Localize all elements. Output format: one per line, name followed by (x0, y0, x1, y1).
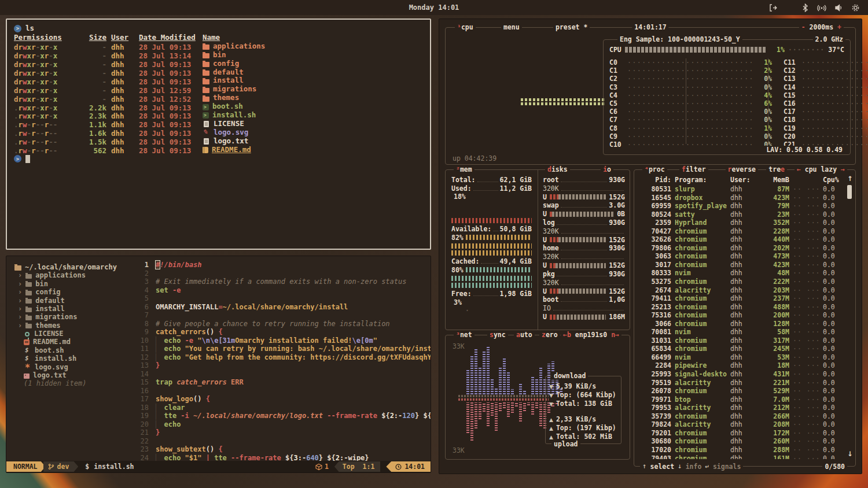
process-cpu-graph (793, 227, 819, 235)
process-row[interactable]: 3017 chromium dhh 423M 0.0 (639, 261, 844, 269)
ls-user: dhh (111, 87, 134, 95)
tree-file[interactable]: boot.sh (13, 346, 131, 354)
process-row[interactable]: 31031 chromium dhh 317M 0.0 (639, 337, 844, 345)
preset-button[interactable]: preset * (553, 23, 590, 31)
process-row[interactable]: 17020 chromium dhh 288M 0.0 (639, 446, 844, 454)
file-type-icon (204, 138, 209, 145)
proc-scrollbar[interactable] (847, 185, 852, 451)
sort-direction-icon[interactable]: ↑ (847, 175, 853, 183)
tree-directory[interactable]: default (13, 297, 131, 305)
tree-directory[interactable]: migrations (13, 313, 131, 321)
code-area[interactable]: 1 #!/bin/bash 2 3 # Exit immediately if … (131, 256, 431, 461)
mem-panel-title[interactable]: ²mem (454, 165, 475, 173)
proc-filter-button[interactable]: filter (679, 165, 708, 173)
proc-tree-button[interactable]: tree (766, 165, 787, 173)
process-row[interactable]: 70427 chromium dhh 228M 0.0 (639, 227, 844, 236)
editor-window[interactable]: ~/.local/share/omarchy applications bin (6, 256, 431, 473)
process-row[interactable]: 65834 chromium dhh 245M 0.0 (639, 345, 844, 353)
net-zero-button[interactable]: zero (539, 331, 560, 339)
process-row[interactable]: 26078 chromium dhh 529M 0.0 (639, 387, 844, 395)
process-row[interactable]: 79971 btop dhh 7.0M 0.0 (639, 395, 844, 404)
net-interface-switcher[interactable]: ←b enp191s0 n→ (561, 331, 621, 339)
process-row[interactable]: 79519 alacritty dhh 221M 0.0 (639, 379, 844, 387)
tree-directory[interactable]: config (13, 288, 131, 296)
process-row[interactable]: 3063 chromium dhh 473M 0.0 (639, 252, 844, 261)
tree-directory[interactable]: install (13, 305, 131, 313)
tree-directory[interactable]: themes (13, 321, 131, 330)
file-icon (24, 374, 30, 379)
volume-icon[interactable] (834, 3, 843, 12)
process-row[interactable]: 79953 alacritty dhh 212M 0.0 (639, 404, 844, 412)
tree-root[interactable]: ~/.local/share/omarchy (13, 263, 131, 271)
poll-rate-control[interactable]: - 2000ms + (799, 23, 844, 31)
proc-sort-switcher[interactable]: ← cpu lazy → (795, 165, 847, 173)
tree-file[interactable]: README.md (13, 338, 131, 346)
signals-action[interactable]: signals (713, 463, 741, 471)
process-cpu-graph (793, 404, 819, 412)
terminal-window[interactable]: > ls Permissions Size User Date Modified… (6, 19, 431, 250)
bluetooth-icon[interactable] (801, 3, 809, 12)
process-row[interactable]: 2359 Hyprland dhh 352M 0.0 (639, 219, 844, 227)
process-row[interactable]: 80333 nvim dhh 48M 0.0 (639, 269, 844, 278)
disks-panel-title[interactable]: disks (545, 165, 570, 173)
terminal-input-line[interactable]: > (14, 154, 423, 163)
chevron-right-icon (18, 288, 22, 297)
process-row[interactable]: 25993 signal-desktop dhh 431M 0.0 (639, 370, 844, 379)
statusline-filename: $ install.sh (85, 463, 134, 471)
file-icon (24, 339, 30, 345)
process-row[interactable]: 75316 chromium dhh 200M 0.0 (639, 311, 844, 320)
process-row[interactable]: 69959 spotify_player dhh 79M 0.0 (639, 202, 844, 210)
process-row[interactable]: 79806 chromium dhh 202M 0.0 (639, 244, 844, 253)
net-auto-button[interactable]: auto (514, 331, 535, 339)
logout-icon[interactable] (768, 3, 777, 12)
process-row[interactable]: 66499 nvim dhh 53M 0.0 (639, 353, 844, 362)
btop-window[interactable]: ¹cpu menu preset * 14:01:17 - 2000ms + u… (439, 19, 862, 474)
menu-button[interactable]: menu (501, 23, 522, 31)
line-number: 24 (131, 454, 149, 461)
net-panel-title[interactable]: ³net (454, 331, 475, 339)
proc-panel-title[interactable]: ⁴proc (642, 165, 667, 173)
process-row[interactable]: 25213 chromium dhh 488M 0.0 (639, 303, 844, 312)
process-cpu-graph (793, 202, 819, 210)
process-row[interactable]: 3066 chromium dhh 128M 0.0 (639, 320, 844, 328)
process-row[interactable]: 70081 nvim dhh 58M 0.0 (639, 328, 844, 337)
process-row[interactable]: 30680 chromium dhh 260M 0.0 (639, 437, 844, 446)
ls-date: 28 Jul 09:13 (139, 78, 198, 87)
process-row[interactable]: 79824 alacritty dhh 208M 0.0 (639, 420, 844, 429)
process-row[interactable]: 32626 chromium dhh 440M 0.0 (639, 235, 844, 244)
scroll-down-icon[interactable]: ↓ (847, 450, 853, 458)
ls-date: 28 Jul 09:13 (139, 61, 198, 69)
mem-cached-bar (451, 276, 532, 281)
tree-directory[interactable]: applications (13, 271, 131, 279)
cpu-panel-title[interactable]: ¹cpu (455, 23, 476, 31)
process-row[interactable]: 16545 dropbox dhh 423M 0.0 (639, 194, 844, 202)
ls-permissions: .rw-r--r-- (14, 130, 76, 138)
tree-file[interactable]: logo.txt (13, 371, 131, 379)
net-sync-button[interactable]: sync (487, 331, 508, 339)
process-row[interactable]: 2674 alacritty dhh 203M 0.0 (639, 286, 844, 295)
io-mode-button[interactable]: io (601, 165, 613, 173)
process-row[interactable]: 35739 chromium dhh 266M 0.0 (639, 412, 844, 421)
tree-file[interactable]: install.sh (13, 354, 131, 363)
process-row[interactable]: 2284 pipewire dhh 18M 0.0 (639, 361, 844, 370)
process-row[interactable]: 53275 chromium dhh 222M 0.0 (639, 278, 844, 286)
proc-reverse-button[interactable]: reverse (726, 165, 758, 173)
process-row[interactable]: 79403 chromium dhh 161M 0.0 (639, 454, 844, 460)
ls-name: bin (203, 51, 423, 60)
select-action[interactable]: select (650, 463, 675, 471)
tree-directory[interactable]: bin (13, 280, 131, 288)
process-row[interactable]: 80524 satty dhh 23M 0.0 (639, 210, 844, 219)
settings-gear-icon[interactable] (851, 3, 860, 12)
proc-scrollbar-thumb[interactable] (847, 185, 852, 199)
core-graph (627, 141, 754, 149)
tree-file[interactable]: LICENSE (13, 330, 131, 338)
tree-file[interactable]: logo.svg (13, 363, 131, 371)
ls-name: config (203, 60, 423, 68)
info-action[interactable]: info (686, 463, 702, 471)
process-row[interactable]: 80531 slurp dhh 87M 0.0 (639, 185, 844, 194)
file-type-icon (203, 104, 209, 110)
network-icon[interactable] (817, 3, 826, 12)
ls-row: .rwxr-xr-x 2.3k dhh 28 Jul 09:13 install… (14, 111, 423, 120)
process-row[interactable]: 79411 chromium dhh 237M 0.0 (639, 294, 844, 303)
process-row[interactable]: 79201 chromium dhh 172M 0.0 (639, 429, 844, 438)
